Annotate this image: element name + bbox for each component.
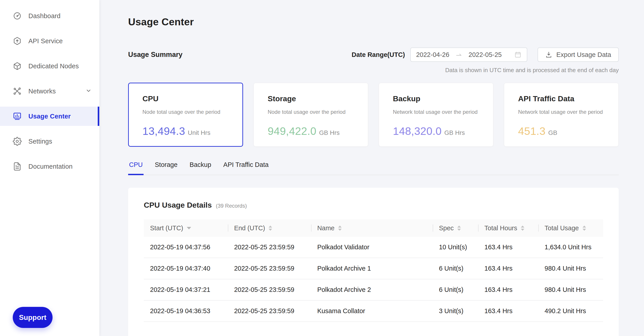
sidebar-item-networks[interactable]: Networks	[0, 82, 99, 101]
column-header-spec[interactable]: Spec	[433, 224, 478, 232]
card-description: Network total usage over the period	[518, 109, 604, 115]
sidebar-item-label: Usage Center	[28, 113, 71, 120]
chevron-down-icon	[86, 88, 92, 95]
date-end-value[interactable]: 2022-05-25	[468, 51, 502, 59]
column-header-name[interactable]: Name	[311, 224, 433, 232]
sidebar-item-label: Settings	[28, 138, 52, 145]
date-range-label: Date Range(UTC)	[352, 51, 405, 59]
export-button-label: Export Usage Data	[556, 51, 611, 59]
column-header-start[interactable]: Start (UTC)	[144, 224, 228, 232]
sidebar-item-dedicated-nodes[interactable]: Dedicated Nodes	[0, 56, 99, 76]
tab-backup[interactable]: Backup	[189, 161, 212, 175]
card-description: Node total usage over the period	[142, 109, 229, 115]
usage-summary-title: Usage Summary	[128, 51, 182, 59]
sort-desc-icon	[187, 227, 191, 229]
card-title: API Traffic Data	[518, 94, 604, 103]
dashboard-icon	[13, 12, 22, 20]
download-icon	[545, 51, 552, 58]
summary-card-storage[interactable]: Storage Node total usage over the period…	[253, 83, 368, 147]
sidebar-item-label: Documentation	[28, 163, 73, 170]
main-content: Usage Center Usage Summary Date Range(UT…	[99, 0, 644, 336]
usage-center-icon	[13, 112, 22, 121]
sidebar-nav: Dashboard API Service Dedicated Nodes	[0, 0, 99, 176]
table-row: 2022-05-19 04:36:53 2022-05-25 23:59:59 …	[144, 301, 603, 322]
sidebar-item-settings[interactable]: Settings	[0, 132, 99, 151]
sidebar-item-dashboard[interactable]: Dashboard	[0, 6, 99, 26]
cpu-usage-details-card: CPU Usage Details (39 Records) Start (UT…	[128, 188, 619, 336]
usage-table: Start (UTC) End (UTC) Name Spec Total Ho…	[144, 219, 603, 322]
card-value: 949,422.0	[268, 125, 316, 137]
card-description: Node total usage over the period	[268, 109, 354, 115]
summary-controls: Date Range(UTC) 2022-04-26 2022-05-25	[352, 48, 619, 62]
column-header-total-hours[interactable]: Total Hours	[478, 224, 538, 232]
sidebar-item-usage-center[interactable]: Usage Center	[0, 107, 99, 126]
date-range-input[interactable]: 2022-04-26 2022-05-25	[410, 48, 527, 62]
card-title: Storage	[268, 94, 354, 103]
table-row: 2022-05-19 04:37:21 2022-05-25 23:59:59 …	[144, 279, 603, 301]
card-unit: Unit Hrs	[188, 129, 210, 136]
api-service-icon	[13, 37, 22, 46]
sidebar-item-api-service[interactable]: API Service	[0, 31, 99, 51]
sort-icon	[521, 226, 524, 231]
sidebar-item-documentation[interactable]: Documentation	[0, 157, 99, 176]
card-value: 13,494.3	[142, 125, 185, 137]
details-title: CPU Usage Details	[144, 201, 212, 210]
usage-tabs: CPU Storage Backup API Traffic Data	[128, 161, 619, 175]
records-count: (39 Records)	[216, 203, 247, 209]
tab-storage[interactable]: Storage	[154, 161, 178, 175]
tab-cpu[interactable]: CPU	[128, 161, 144, 175]
summary-bar: Usage Summary Date Range(UTC) 2022-04-26…	[128, 48, 619, 62]
card-value: 148,320.0	[393, 125, 442, 137]
sidebar-item-label: Dedicated Nodes	[28, 63, 79, 70]
summary-card-cpu[interactable]: CPU Node total usage over the period 13,…	[128, 83, 243, 147]
summary-card-api-traffic[interactable]: API Traffic Data Network total usage ove…	[504, 83, 619, 147]
sidebar-item-label: Networks	[28, 88, 56, 95]
summary-card-backup[interactable]: Backup Network total usage over the peri…	[378, 83, 494, 147]
card-value: 451.3	[518, 125, 546, 137]
utc-note: Data is shown in UTC time and is process…	[128, 67, 619, 74]
date-start-value[interactable]: 2022-04-26	[416, 51, 449, 59]
calendar-icon	[514, 51, 522, 58]
export-usage-data-button[interactable]: Export Usage Data	[538, 48, 619, 62]
column-header-total-usage[interactable]: Total Usage	[538, 224, 603, 232]
card-unit: GB Hrs	[319, 129, 340, 136]
gear-icon	[13, 137, 22, 146]
sidebar: Dashboard API Service Dedicated Nodes	[0, 0, 99, 336]
page-title: Usage Center	[128, 0, 619, 28]
sort-icon	[457, 226, 461, 231]
dedicated-nodes-icon	[13, 62, 22, 71]
column-header-end[interactable]: End (UTC)	[228, 224, 311, 232]
sort-icon	[582, 226, 586, 231]
support-button[interactable]: Support	[13, 307, 52, 328]
sidebar-item-label: API Service	[28, 37, 63, 45]
networks-icon	[13, 87, 22, 96]
table-row: 2022-05-19 04:37:56 2022-05-25 23:59:59 …	[144, 237, 603, 258]
tab-api-traffic-data[interactable]: API Traffic Data	[222, 161, 270, 175]
sidebar-item-label: Dashboard	[28, 12, 60, 20]
arrow-right-icon	[456, 51, 462, 58]
card-description: Network total usage over the period	[393, 109, 479, 115]
table-header-row: Start (UTC) End (UTC) Name Spec Total Ho…	[144, 219, 603, 237]
card-unit: GB	[548, 129, 557, 136]
table-row: 2022-05-19 04:37:40 2022-05-25 23:59:59 …	[144, 258, 603, 279]
documentation-icon	[13, 162, 22, 171]
sort-icon	[338, 226, 342, 231]
card-title: CPU	[142, 94, 229, 103]
sort-icon	[268, 226, 272, 231]
card-unit: GB Hrs	[444, 129, 465, 136]
card-title: Backup	[393, 94, 479, 103]
summary-cards: CPU Node total usage over the period 13,…	[128, 83, 619, 147]
